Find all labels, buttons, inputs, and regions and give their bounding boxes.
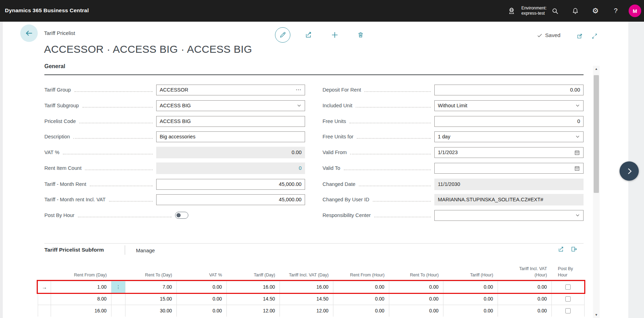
chevron-down-icon[interactable] bbox=[575, 134, 580, 139]
environment-globe-icon[interactable] bbox=[506, 5, 517, 16]
scrollbar-up-icon[interactable]: ▲ bbox=[593, 66, 600, 72]
free-units-for-select[interactable]: 1 day bbox=[434, 131, 584, 142]
chevron-down-icon[interactable] bbox=[575, 213, 580, 218]
next-record-button[interactable] bbox=[620, 161, 639, 181]
col-header-tariff-incl-vat-day[interactable]: Tariff Incl. VAT (Day) bbox=[280, 263, 333, 281]
assist-edit-icon[interactable]: ⋯ bbox=[296, 88, 302, 92]
cell-tariff-hour[interactable]: 0.00 bbox=[443, 293, 498, 305]
open-in-excel-icon[interactable] bbox=[570, 245, 578, 253]
included-unit-select[interactable]: Without Limit bbox=[434, 100, 584, 111]
cell-vat[interactable]: 0.00 bbox=[177, 281, 227, 293]
breadcrumb[interactable]: Tariff Pricelist bbox=[44, 30, 75, 36]
cell-tariff-incl-vat-hour[interactable]: 0.00 bbox=[498, 281, 552, 293]
cell-tariff-day[interactable]: 14.50 bbox=[227, 293, 280, 305]
row-menu-icon[interactable]: ⋮ bbox=[111, 281, 125, 293]
cell-rent-to-day[interactable]: 7.00 bbox=[125, 281, 177, 293]
vertical-scrollbar[interactable]: ▲ ▼ bbox=[593, 66, 600, 318]
settings-gear-icon[interactable]: ⚙ bbox=[590, 5, 601, 16]
delete-button[interactable] bbox=[353, 27, 368, 43]
cell-tariff-day[interactable]: 12.00 bbox=[227, 305, 280, 317]
notifications-bell-icon[interactable] bbox=[570, 5, 581, 16]
cell-tariff-incl-vat-hour[interactable]: 0.00 bbox=[498, 293, 552, 305]
search-icon[interactable] bbox=[549, 5, 560, 16]
cell-rent-to-hour[interactable]: 0.00 bbox=[389, 305, 443, 317]
row-menu-cell[interactable] bbox=[111, 305, 125, 317]
col-header-rent-from-hour[interactable]: Rent From (Hour) bbox=[333, 263, 389, 281]
vat-input: 0.00 bbox=[156, 147, 305, 158]
deposit-for-rent-input[interactable]: 0.00 bbox=[434, 85, 584, 95]
row-menu-cell[interactable] bbox=[111, 293, 125, 305]
cell-tariff-incl-vat-day[interactable]: 14.50 bbox=[280, 293, 333, 305]
valid-to-input[interactable] bbox=[434, 163, 584, 174]
pricelist-code-input[interactable]: ACCESS BIG bbox=[156, 116, 305, 127]
environment-label[interactable]: Environment: express-test bbox=[521, 6, 547, 16]
cell-post-by-hour bbox=[552, 281, 585, 293]
avatar[interactable]: M bbox=[629, 5, 641, 17]
col-header-tariff-incl-vat-hour[interactable]: Tariff Incl. VAT (Hour) bbox=[498, 263, 552, 281]
cell-rent-from-hour[interactable]: 0.00 bbox=[333, 293, 389, 305]
cell-rent-to-day[interactable]: 30.00 bbox=[125, 305, 177, 317]
subform-title[interactable]: Tariff Pricelist Subform bbox=[44, 247, 104, 253]
cell-vat[interactable]: 0.00 bbox=[177, 305, 227, 317]
tariff-group-input[interactable]: ACCESSOR ⋯ bbox=[156, 85, 305, 95]
field-row-free-units: Free Units 0 bbox=[323, 116, 584, 127]
post-by-hour-checkbox[interactable] bbox=[565, 296, 571, 302]
subform-manage-menu[interactable]: Manage bbox=[136, 247, 155, 253]
edit-button[interactable] bbox=[275, 27, 290, 43]
responsibility-center-select[interactable] bbox=[434, 210, 584, 221]
cell-tariff-day[interactable]: 16.00 bbox=[227, 281, 280, 293]
subform-share-icon[interactable] bbox=[557, 245, 565, 253]
free-units-input[interactable]: 0 bbox=[434, 116, 584, 127]
cell-tariff-incl-vat-day[interactable]: 16.00 bbox=[280, 281, 333, 293]
cell-tariff-hour[interactable]: 0.00 bbox=[443, 305, 498, 317]
description-input[interactable]: Big accessories bbox=[156, 131, 305, 142]
cell-tariff-hour[interactable]: 0.00 bbox=[443, 281, 498, 293]
collapse-icon[interactable] bbox=[591, 32, 598, 40]
app-title[interactable]: Dynamics 365 Business Central bbox=[5, 7, 89, 14]
tariff-month-rent-incl-vat-input[interactable]: 45,000.00 bbox=[156, 194, 305, 205]
cell-rent-to-hour[interactable]: 0.00 bbox=[389, 293, 443, 305]
table-row[interactable]: 16.00 30.00 0.00 12.00 12.00 0.00 0.00 0… bbox=[38, 305, 585, 317]
col-header-rent-from-day[interactable]: Rent From (Day) bbox=[51, 263, 111, 281]
valid-from-input[interactable]: 1/1/2023 bbox=[434, 147, 584, 158]
calendar-icon[interactable] bbox=[574, 165, 580, 171]
table-row-selected[interactable]: → 1.00 ⋮ 7.00 0.00 16.00 16.00 0.00 0.00… bbox=[38, 281, 585, 293]
cell-tariff-incl-vat-day[interactable]: 12.00 bbox=[280, 305, 333, 317]
left-edge-strip bbox=[0, 22, 3, 318]
cell-rent-from-day[interactable]: 16.00 bbox=[51, 305, 111, 317]
cell-rent-from-hour[interactable]: 0.00 bbox=[333, 281, 389, 293]
col-header-rent-to-day[interactable]: Rent To (Day) bbox=[125, 263, 177, 281]
rent-item-count-drilldown[interactable]: 0 bbox=[156, 162, 305, 174]
tariff-month-rent-input[interactable]: 45,000.00 bbox=[156, 179, 305, 190]
post-by-hour-toggle[interactable] bbox=[175, 212, 188, 219]
cell-rent-to-day[interactable]: 15.00 bbox=[125, 293, 177, 305]
chevron-down-icon[interactable] bbox=[575, 103, 580, 108]
scrollbar-thumb[interactable] bbox=[594, 75, 599, 193]
cell-rent-from-day[interactable]: 1.00 bbox=[51, 281, 111, 293]
cell-rent-to-hour[interactable]: 0.00 bbox=[389, 281, 443, 293]
share-button[interactable] bbox=[301, 27, 316, 43]
help-icon[interactable]: ? bbox=[610, 5, 621, 16]
col-header-tariff-day[interactable]: Tariff (Day) bbox=[227, 263, 280, 281]
col-header-post-by-hour[interactable]: Post By Hour bbox=[552, 263, 585, 281]
chevron-down-icon[interactable] bbox=[297, 103, 302, 108]
post-by-hour-checkbox[interactable] bbox=[565, 284, 571, 290]
cell-rent-from-day[interactable]: 8.00 bbox=[51, 293, 111, 305]
col-header-rent-to-hour[interactable]: Rent To (Hour) bbox=[389, 263, 443, 281]
cell-tariff-incl-vat-hour[interactable]: 0.00 bbox=[498, 305, 552, 317]
environment-name: express-test bbox=[521, 11, 547, 16]
cell-rent-from-hour[interactable]: 0.00 bbox=[333, 305, 389, 317]
scrollbar-down-icon[interactable]: ▼ bbox=[593, 312, 600, 318]
table-row[interactable]: 8.00 15.00 0.00 14.50 14.50 0.00 0.00 0.… bbox=[38, 293, 585, 305]
col-header-tariff-hour[interactable]: Tariff (Hour) bbox=[443, 263, 498, 281]
open-in-new-window-icon[interactable] bbox=[576, 32, 584, 40]
section-title-general[interactable]: General bbox=[44, 63, 65, 70]
new-button[interactable] bbox=[327, 27, 342, 43]
cell-vat[interactable]: 0.00 bbox=[177, 293, 227, 305]
tariff-subgroup-select[interactable]: ACCESS BIG bbox=[156, 100, 305, 111]
back-button[interactable] bbox=[20, 24, 38, 42]
col-header-vat[interactable]: VAT % bbox=[177, 263, 227, 281]
tariff-month-rent-incl-vat-label: Tariff - Month rent Incl. VAT bbox=[44, 197, 106, 202]
post-by-hour-checkbox[interactable] bbox=[565, 308, 571, 313]
calendar-icon[interactable] bbox=[574, 150, 580, 156]
